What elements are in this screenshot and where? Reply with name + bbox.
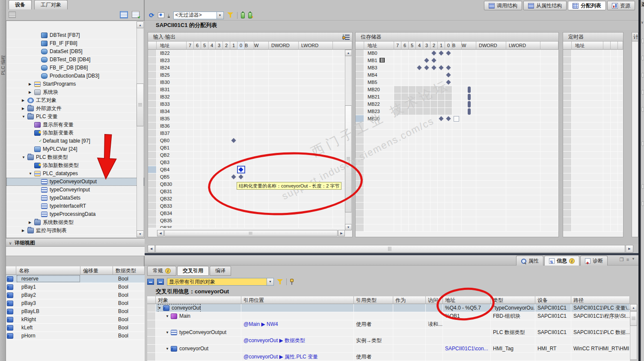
tab-resources[interactable]: 资源 xyxy=(607,1,635,10)
tree-item[interactable]: MyPLCVar [24] xyxy=(6,145,144,153)
expander-icon[interactable]: ▶ xyxy=(29,80,34,88)
detail-row[interactable]: pBayLBBool xyxy=(6,307,145,316)
subtab-cross-references[interactable]: 交叉引用 xyxy=(177,266,209,276)
restore-icon[interactable]: ❐ xyxy=(620,257,624,263)
col-address[interactable]: 地址 xyxy=(443,296,491,304)
scroll-up-icon[interactable]: ▲ xyxy=(137,21,144,28)
tree-item[interactable]: ▶系统块 xyxy=(6,88,144,96)
detail-row[interactable]: pHornBool xyxy=(6,332,145,340)
grid-row[interactable]: QB1 xyxy=(148,144,352,152)
grid-row[interactable] xyxy=(356,210,558,217)
tab-plant-objects[interactable]: 工厂对象 xyxy=(34,0,68,9)
tree-item[interactable]: ▼PLC 变量 xyxy=(6,113,144,121)
xref-filter-select[interactable]: 显示带有引用的对象 ▼ xyxy=(167,278,274,286)
grid-row[interactable]: IB33 xyxy=(148,101,352,108)
grid-row[interactable] xyxy=(563,188,623,195)
detail-row[interactable]: pBay1Bool xyxy=(6,283,145,291)
tab-call-structure[interactable]: 调用结构 xyxy=(484,1,522,10)
col-as[interactable]: 作为 xyxy=(393,296,426,304)
grid-row[interactable] xyxy=(563,152,623,159)
tree-item[interactable]: ▶工艺对象 xyxy=(6,96,144,104)
open-table-icon[interactable] xyxy=(132,11,139,18)
subtab-compile[interactable]: 编译 xyxy=(210,266,231,276)
grid-row[interactable]: IB36 xyxy=(148,122,352,130)
refresh-icon[interactable]: ⟳ xyxy=(149,12,154,19)
grid-row[interactable] xyxy=(356,195,558,203)
grid-row[interactable]: QB0 xyxy=(148,137,352,144)
grid-row[interactable]: IB24 xyxy=(148,64,352,72)
battery-plus-icon[interactable] xyxy=(248,12,252,18)
tree-item[interactable]: typeInterfaceRT xyxy=(6,202,144,210)
grid-row[interactable]: QB3 xyxy=(148,159,352,166)
xref-row[interactable]: ▼conveyorOut%Q4.0 - %Q5.7"typeConveyorOu… xyxy=(147,304,630,312)
grid-row[interactable]: MB3 xyxy=(356,64,558,72)
grid-row[interactable] xyxy=(563,137,623,144)
grid-row[interactable] xyxy=(563,101,623,108)
scroll-thumb[interactable] xyxy=(345,105,352,212)
tab-properties[interactable]: 属性 xyxy=(516,256,543,266)
battery-icon[interactable] xyxy=(241,12,245,18)
grid-row[interactable] xyxy=(356,203,558,210)
tree-item[interactable]: DataSet [DB5] xyxy=(6,48,144,56)
tree-item[interactable]: 添加新数据类型 xyxy=(6,161,144,170)
grid-row[interactable] xyxy=(563,181,623,188)
scroll-right-icon[interactable]: ▶ xyxy=(338,230,345,236)
grid-row[interactable]: MB1 xyxy=(356,57,558,64)
collapse-all-icon[interactable] xyxy=(147,279,154,285)
tree-item[interactable]: ▶StartPrograms xyxy=(6,80,144,88)
grid-row[interactable] xyxy=(563,130,623,137)
grid-row[interactable]: IB37 xyxy=(148,130,352,137)
tab-info[interactable]: 信息i xyxy=(544,256,579,266)
detail-row[interactable]: pBay2Bool xyxy=(6,291,145,299)
tree-item[interactable]: 添加新变量表 xyxy=(6,129,144,137)
detail-row[interactable]: pBay3Bool xyxy=(6,299,145,307)
grid-row[interactable] xyxy=(356,173,558,181)
col-name[interactable]: 名称 xyxy=(16,266,80,275)
grid-row[interactable]: IB30 xyxy=(148,79,352,86)
expander-icon[interactable]: ▼ xyxy=(166,312,171,320)
grid-row[interactable]: MB23 xyxy=(356,108,558,115)
grid-row[interactable]: MB4 xyxy=(356,72,558,79)
grid-row[interactable] xyxy=(563,122,623,130)
xref-link[interactable]: @conveyorOut ▶ 属性.PLC 变量 xyxy=(243,354,318,360)
grid-row[interactable]: IB34 xyxy=(148,108,352,115)
grid-row[interactable]: IB23 xyxy=(148,57,352,64)
sort-table-icon[interactable] xyxy=(9,12,16,18)
grid-row[interactable] xyxy=(356,137,558,144)
grid-row[interactable]: MB20 xyxy=(356,86,558,93)
xref-row[interactable]: @conveyorOut ▶ 属性.PLC 变量使用者 xyxy=(147,353,630,361)
detail-row[interactable]: kRightBool xyxy=(6,316,145,324)
tree-item[interactable]: ▶外部源文件 xyxy=(6,104,144,113)
menu-icon[interactable]: ≡ xyxy=(626,257,629,263)
expander-icon[interactable]: ▼ xyxy=(29,170,34,178)
scroll-thumb[interactable] xyxy=(155,245,625,253)
tree-item[interactable]: ▶系统数据类型 xyxy=(6,218,144,227)
grid-row[interactable]: IB25 xyxy=(148,72,352,79)
scroll-up-icon[interactable]: ▲ xyxy=(345,50,352,56)
download-icon[interactable]: ↓ xyxy=(168,13,170,18)
tree-item[interactable]: typeProcessingData xyxy=(6,210,144,218)
col-path[interactable]: 路径 xyxy=(571,296,630,304)
col-offset[interactable]: 偏移量 xyxy=(80,266,113,275)
col-device[interactable]: 设备 xyxy=(535,296,571,304)
scroll-thumb[interactable] xyxy=(630,311,637,326)
tree-item[interactable]: typeConveyorOutput xyxy=(6,178,144,186)
expander-icon[interactable]: ▶ xyxy=(29,218,34,227)
grid-row[interactable] xyxy=(563,173,623,181)
details-view-toggle-icon[interactable] xyxy=(120,11,128,18)
scroll-left-icon[interactable]: ◀ xyxy=(148,245,155,253)
grid-row[interactable] xyxy=(356,224,558,232)
scroll-down-icon[interactable]: ▼ xyxy=(137,230,144,237)
col-location[interactable]: 引用位置 xyxy=(241,296,354,304)
grid-row[interactable]: IB31 xyxy=(148,86,352,93)
grid-row[interactable]: MB0 xyxy=(356,50,558,57)
grid-row[interactable]: QB36 xyxy=(148,224,352,228)
expand-all-icon[interactable] xyxy=(157,279,164,285)
scroll-thumb[interactable] xyxy=(137,84,144,126)
grid-row[interactable] xyxy=(563,115,623,122)
grid-row[interactable] xyxy=(563,166,623,173)
collapse-pane-icon[interactable]: ▼ xyxy=(632,257,635,263)
dropdown-arrow-icon[interactable]: ▼ xyxy=(217,12,223,19)
grid-row[interactable] xyxy=(563,210,623,217)
grid-row[interactable] xyxy=(563,195,623,203)
